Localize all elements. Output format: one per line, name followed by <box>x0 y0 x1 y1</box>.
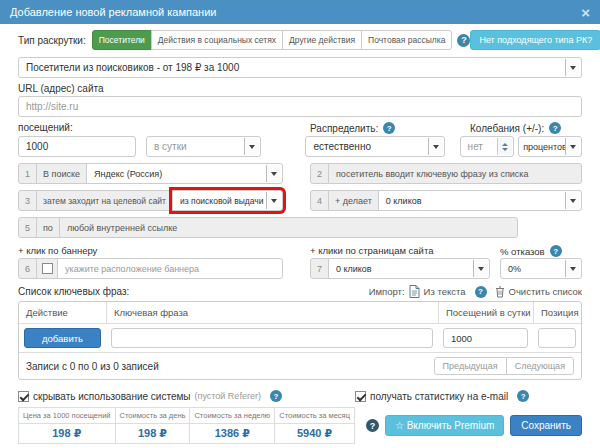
import-label: Импорт: <box>369 286 405 297</box>
visits-amount-input[interactable] <box>18 136 136 157</box>
keywords-table-header: Действие Ключевая фраза Посещений в сутк… <box>19 302 581 324</box>
step1-label: В поиске <box>36 163 87 184</box>
caret-down-icon <box>565 192 580 209</box>
keyword-position-input[interactable] <box>538 328 576 348</box>
col-action: Действие <box>19 302 106 323</box>
steps-row-1: 1 В поиске Яндекс (Россия) 2 посетитель … <box>18 163 582 184</box>
url-input[interactable] <box>18 96 582 117</box>
fluctuation-label: Колебания (+/-): <box>470 123 544 134</box>
tab-visitors[interactable]: Посетители <box>92 30 152 50</box>
hide-system-help-icon[interactable] <box>270 390 282 402</box>
step5-label: по <box>36 217 60 238</box>
import-from-text-link[interactable]: Из текста <box>424 286 466 297</box>
keywords-table: Действие Ключевая фраза Посещений в сутк… <box>18 301 582 380</box>
step3-label: затем заходит на целевой сайт <box>36 190 173 211</box>
fluctuation-help-icon[interactable] <box>549 122 561 134</box>
step-number: 5 <box>18 217 37 238</box>
clicks-select[interactable]: 0 кликов <box>378 190 582 211</box>
campaign-type-select[interactable]: Посетители из поисковиков - от 198 ₽ за … <box>18 57 582 78</box>
clicks-value: 0 кликов <box>386 196 422 206</box>
fluctuation-input[interactable]: нет <box>460 136 515 157</box>
promo-type-help-icon[interactable] <box>457 34 470 47</box>
promo-type-tabs: Посетители Действия в социальных сетях Д… <box>92 30 453 50</box>
import-help-icon[interactable] <box>475 286 487 298</box>
price-header: Цена за 1000 посещений <box>19 408 116 424</box>
fluctuation-value: нет <box>468 141 483 152</box>
period-select[interactable]: в сутки <box>146 136 261 157</box>
add-keyword-button[interactable]: добавить <box>24 328 101 348</box>
caret-down-icon <box>244 138 259 155</box>
steps-row-2: 3 затем заходит на целевой сайт из поиск… <box>18 190 582 211</box>
step-number: 3 <box>18 190 37 211</box>
caret-down-icon <box>266 192 281 209</box>
banner-checkbox[interactable] <box>42 263 53 274</box>
email-stats-checkbox[interactable] <box>355 391 366 402</box>
col-daily-visits: Посещений в сутки <box>438 302 533 323</box>
price-value: 198 ₽ <box>115 424 190 444</box>
document-icon <box>409 285 420 298</box>
bounce-value: 0% <box>508 264 521 274</box>
visits-controls-row: в сутки естественно нет процентов <box>18 136 582 157</box>
modal-title: Добавление новой рекламной кампании <box>10 6 216 18</box>
banner-position-input[interactable] <box>57 258 283 279</box>
promo-type-label: Тип раскрутки: <box>18 35 86 46</box>
steps-row-4: 6 7 0 кликов 0% <box>18 258 582 279</box>
save-button[interactable]: Сохранить <box>510 415 582 436</box>
step2-text: посетитель вводит ключевую фразу из спис… <box>328 163 582 184</box>
sub-labels-row: + клик по баннеру + клики по страницам с… <box>18 245 582 256</box>
price-header: Стоимость за месяц <box>275 408 355 424</box>
star-icon <box>395 420 407 431</box>
visit-source-select[interactable]: из поисковой выдачи <box>172 190 283 211</box>
keyword-visits-input[interactable] <box>443 328 528 348</box>
tab-mailing[interactable]: Почтовая рассылка <box>361 30 452 50</box>
hide-system-checkbox[interactable] <box>18 391 29 402</box>
bounce-help-icon[interactable] <box>550 245 562 257</box>
step-number: 6 <box>18 258 37 279</box>
tab-social-actions[interactable]: Действия в социальных сетях <box>151 30 283 50</box>
period-value: в сутки <box>154 141 187 152</box>
campaign-type-value: Посетители из поисковиков - от 198 ₽ за … <box>26 62 239 73</box>
distribute-select[interactable]: естественно <box>305 136 444 157</box>
spinner-arrows-icon[interactable] <box>497 138 512 155</box>
step-number: 1 <box>18 163 37 184</box>
price-value: 1386 ₽ <box>190 424 275 444</box>
email-stats-label: получать статистику на e-mail <box>370 391 508 402</box>
search-engine-select[interactable]: Яндекс (Россия) <box>86 163 283 184</box>
price-header: Стоимость за день <box>115 408 190 424</box>
distribute-label: Распределить: <box>310 123 378 134</box>
pricing-table: Цена за 1000 посещений Стоимость за день… <box>18 407 355 444</box>
clear-list-link[interactable]: Очистить список <box>509 286 583 297</box>
premium-help-icon[interactable] <box>366 419 379 432</box>
promo-type-row: Тип раскрутки: Посетители Действия в соц… <box>18 30 582 50</box>
keyword-phrase-input[interactable] <box>111 328 433 348</box>
hide-system-note: (пустой Referer) <box>195 391 261 401</box>
trash-icon <box>495 286 505 298</box>
distribute-help-icon[interactable] <box>383 122 395 134</box>
fluctuation-unit-select[interactable]: процентов <box>518 136 582 157</box>
enable-premium-button[interactable]: Включить Premium <box>385 415 504 436</box>
page-clicks-select[interactable]: 0 кликов <box>328 258 490 279</box>
prev-page-button[interactable]: Предыдущая <box>434 357 507 375</box>
bounce-select[interactable]: 0% <box>500 258 582 279</box>
search-engine-value: Яндекс (Россия) <box>94 169 162 179</box>
bottom-row: Цена за 1000 посещений Стоимость за день… <box>18 407 582 444</box>
records-info: Записи с 0 по 0 из 0 записей <box>26 361 159 372</box>
email-stats-help-icon[interactable] <box>517 390 529 402</box>
options-row: скрывать использование системы (пустой R… <box>18 390 582 403</box>
col-position: Позиция <box>533 302 581 323</box>
caret-down-icon <box>565 260 580 277</box>
page-clicks-label: + клики по страницам сайта <box>310 245 433 256</box>
caret-down-icon <box>266 165 281 182</box>
distribute-value: естественно <box>313 141 371 152</box>
step5-text: любой внутренней ссылке <box>59 217 518 238</box>
next-page-button[interactable]: Следующая <box>506 357 574 375</box>
close-icon[interactable]: × <box>581 5 590 20</box>
step-number: 2 <box>310 163 329 184</box>
caret-down-icon <box>565 59 580 76</box>
no-matching-type-button[interactable]: Нет подходящего типа РК? <box>470 30 600 50</box>
price-value: 5940 ₽ <box>275 424 355 444</box>
caret-down-icon <box>565 138 580 155</box>
banner-checkbox-addon <box>36 258 58 279</box>
step-number: 7 <box>310 258 329 279</box>
tab-other-actions[interactable]: Другие действия <box>282 30 362 50</box>
